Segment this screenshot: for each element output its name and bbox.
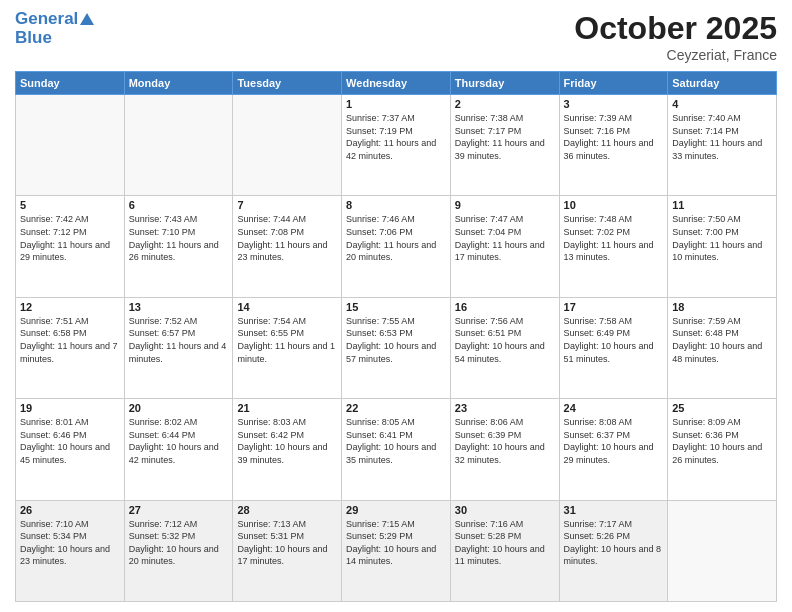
cell-text-line: Sunset: 6:58 PM — [20, 327, 120, 340]
calendar-cell: 29Sunrise: 7:15 AMSunset: 5:29 PMDayligh… — [342, 500, 451, 601]
calendar-cell — [16, 95, 125, 196]
calendar-header-tuesday: Tuesday — [233, 72, 342, 95]
day-number: 1 — [346, 98, 446, 110]
calendar-cell: 1Sunrise: 7:37 AMSunset: 7:19 PMDaylight… — [342, 95, 451, 196]
cell-text-line: Daylight: 10 hours and 32 minutes. — [455, 441, 555, 466]
day-number: 9 — [455, 199, 555, 211]
day-number: 10 — [564, 199, 664, 211]
calendar-cell: 11Sunrise: 7:50 AMSunset: 7:00 PMDayligh… — [668, 196, 777, 297]
calendar-header-wednesday: Wednesday — [342, 72, 451, 95]
cell-text-line: Sunrise: 7:59 AM — [672, 315, 772, 328]
cell-text-line: Sunrise: 7:46 AM — [346, 213, 446, 226]
cell-text-line: Sunrise: 8:08 AM — [564, 416, 664, 429]
cell-text-line: Daylight: 10 hours and 42 minutes. — [129, 441, 229, 466]
cell-text-line: Sunrise: 7:48 AM — [564, 213, 664, 226]
cell-text-line: Sunset: 6:37 PM — [564, 429, 664, 442]
cell-text-line: Daylight: 10 hours and 45 minutes. — [20, 441, 120, 466]
cell-text-line: Sunrise: 7:52 AM — [129, 315, 229, 328]
cell-text-line: Sunset: 6:51 PM — [455, 327, 555, 340]
calendar-cell: 10Sunrise: 7:48 AMSunset: 7:02 PMDayligh… — [559, 196, 668, 297]
day-number: 6 — [129, 199, 229, 211]
cell-text-line: Sunrise: 7:42 AM — [20, 213, 120, 226]
cell-text-line: Sunrise: 8:01 AM — [20, 416, 120, 429]
day-number: 27 — [129, 504, 229, 516]
calendar-cell: 28Sunrise: 7:13 AMSunset: 5:31 PMDayligh… — [233, 500, 342, 601]
cell-text-line: Daylight: 11 hours and 23 minutes. — [237, 239, 337, 264]
title-area: October 2025 Ceyzeriat, France — [574, 10, 777, 63]
cell-text-line: Daylight: 10 hours and 29 minutes. — [564, 441, 664, 466]
calendar-header-saturday: Saturday — [668, 72, 777, 95]
cell-text-line: Sunrise: 7:16 AM — [455, 518, 555, 531]
cell-text-line: Sunrise: 7:15 AM — [346, 518, 446, 531]
cell-text-line: Sunrise: 7:51 AM — [20, 315, 120, 328]
cell-text-line: Daylight: 10 hours and 14 minutes. — [346, 543, 446, 568]
calendar-cell: 9Sunrise: 7:47 AMSunset: 7:04 PMDaylight… — [450, 196, 559, 297]
cell-text-line: Sunrise: 7:17 AM — [564, 518, 664, 531]
day-number: 2 — [455, 98, 555, 110]
month-title: October 2025 — [574, 10, 777, 47]
calendar-cell: 16Sunrise: 7:56 AMSunset: 6:51 PMDayligh… — [450, 297, 559, 398]
cell-text-line: Daylight: 11 hours and 13 minutes. — [564, 239, 664, 264]
calendar-cell: 15Sunrise: 7:55 AMSunset: 6:53 PMDayligh… — [342, 297, 451, 398]
calendar-cell: 17Sunrise: 7:58 AMSunset: 6:49 PMDayligh… — [559, 297, 668, 398]
cell-text-line: Sunset: 6:49 PM — [564, 327, 664, 340]
cell-text-line: Daylight: 11 hours and 7 minutes. — [20, 340, 120, 365]
cell-text-line: Daylight: 11 hours and 1 minute. — [237, 340, 337, 365]
day-number: 12 — [20, 301, 120, 313]
cell-text-line: Sunset: 7:12 PM — [20, 226, 120, 239]
cell-text-line: Sunset: 6:39 PM — [455, 429, 555, 442]
calendar-cell: 2Sunrise: 7:38 AMSunset: 7:17 PMDaylight… — [450, 95, 559, 196]
cell-text-line: Daylight: 11 hours and 20 minutes. — [346, 239, 446, 264]
logo: General Blue — [15, 10, 94, 47]
day-number: 26 — [20, 504, 120, 516]
day-number: 25 — [672, 402, 772, 414]
logo-general: General — [15, 9, 78, 28]
logo-icon — [80, 13, 94, 25]
day-number: 8 — [346, 199, 446, 211]
calendar-header-friday: Friday — [559, 72, 668, 95]
calendar-header-thursday: Thursday — [450, 72, 559, 95]
day-number: 11 — [672, 199, 772, 211]
day-number: 4 — [672, 98, 772, 110]
day-number: 23 — [455, 402, 555, 414]
cell-text-line: Sunrise: 7:47 AM — [455, 213, 555, 226]
day-number: 29 — [346, 504, 446, 516]
calendar-cell: 5Sunrise: 7:42 AMSunset: 7:12 PMDaylight… — [16, 196, 125, 297]
cell-text-line: Sunrise: 7:56 AM — [455, 315, 555, 328]
day-number: 21 — [237, 402, 337, 414]
day-number: 22 — [346, 402, 446, 414]
cell-text-line: Sunrise: 8:03 AM — [237, 416, 337, 429]
day-number: 15 — [346, 301, 446, 313]
calendar-cell — [233, 95, 342, 196]
calendar-header-sunday: Sunday — [16, 72, 125, 95]
cell-text-line: Daylight: 10 hours and 57 minutes. — [346, 340, 446, 365]
cell-text-line: Sunrise: 7:58 AM — [564, 315, 664, 328]
calendar-cell: 20Sunrise: 8:02 AMSunset: 6:44 PMDayligh… — [124, 399, 233, 500]
day-number: 7 — [237, 199, 337, 211]
cell-text-line: Sunrise: 7:38 AM — [455, 112, 555, 125]
location: Ceyzeriat, France — [574, 47, 777, 63]
calendar-week-4: 26Sunrise: 7:10 AMSunset: 5:34 PMDayligh… — [16, 500, 777, 601]
calendar-cell: 31Sunrise: 7:17 AMSunset: 5:26 PMDayligh… — [559, 500, 668, 601]
cell-text-line: Sunset: 6:48 PM — [672, 327, 772, 340]
cell-text-line: Sunset: 7:17 PM — [455, 125, 555, 138]
cell-text-line: Sunrise: 7:10 AM — [20, 518, 120, 531]
calendar-cell: 7Sunrise: 7:44 AMSunset: 7:08 PMDaylight… — [233, 196, 342, 297]
cell-text-line: Daylight: 10 hours and 35 minutes. — [346, 441, 446, 466]
cell-text-line: Sunset: 7:08 PM — [237, 226, 337, 239]
cell-text-line: Daylight: 11 hours and 39 minutes. — [455, 137, 555, 162]
cell-text-line: Sunset: 6:55 PM — [237, 327, 337, 340]
calendar-cell: 3Sunrise: 7:39 AMSunset: 7:16 PMDaylight… — [559, 95, 668, 196]
cell-text-line: Daylight: 10 hours and 54 minutes. — [455, 340, 555, 365]
calendar-cell: 13Sunrise: 7:52 AMSunset: 6:57 PMDayligh… — [124, 297, 233, 398]
calendar-cell: 19Sunrise: 8:01 AMSunset: 6:46 PMDayligh… — [16, 399, 125, 500]
cell-text-line: Sunset: 6:57 PM — [129, 327, 229, 340]
day-number: 13 — [129, 301, 229, 313]
calendar-cell: 14Sunrise: 7:54 AMSunset: 6:55 PMDayligh… — [233, 297, 342, 398]
cell-text-line: Daylight: 10 hours and 8 minutes. — [564, 543, 664, 568]
cell-text-line: Sunset: 5:32 PM — [129, 530, 229, 543]
cell-text-line: Sunrise: 8:02 AM — [129, 416, 229, 429]
cell-text-line: Daylight: 10 hours and 48 minutes. — [672, 340, 772, 365]
cell-text-line: Sunrise: 7:50 AM — [672, 213, 772, 226]
cell-text-line: Daylight: 10 hours and 39 minutes. — [237, 441, 337, 466]
